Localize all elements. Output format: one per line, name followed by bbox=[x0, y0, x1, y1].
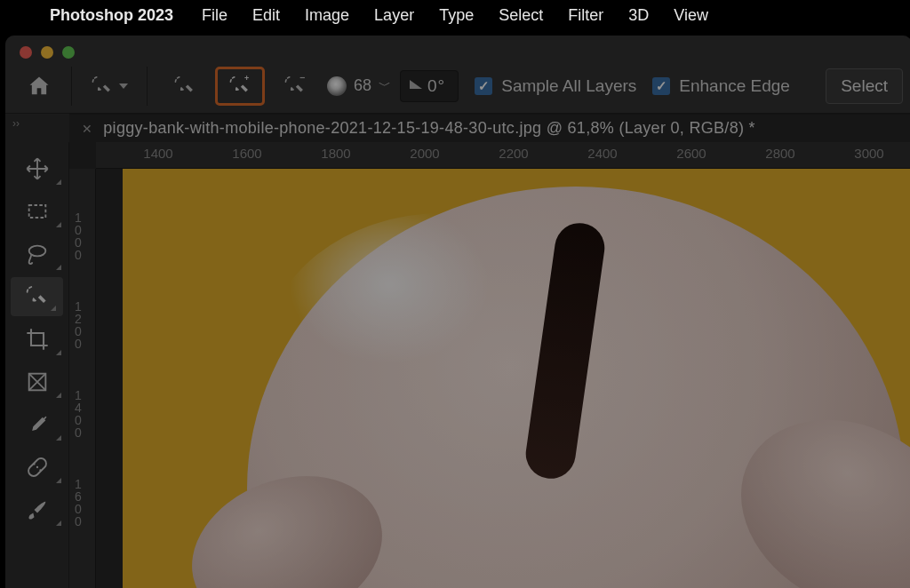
home-icon bbox=[27, 74, 52, 99]
menu-select[interactable]: Select bbox=[499, 6, 543, 25]
lasso-tool[interactable] bbox=[5, 233, 68, 275]
menu-3d[interactable]: 3D bbox=[628, 6, 649, 25]
eyedropper-tool[interactable] bbox=[5, 403, 68, 446]
brush-size-value: 68 bbox=[354, 76, 371, 95]
home-button[interactable] bbox=[21, 68, 57, 104]
app-window: + − 68 ﹀ 0° ✓ Sample All Layers bbox=[5, 36, 910, 588]
angle-icon bbox=[410, 80, 422, 89]
quick-select-new-icon bbox=[173, 75, 196, 98]
window-minimize-button[interactable] bbox=[41, 46, 53, 59]
svg-point-6 bbox=[33, 463, 35, 465]
quick-select-subtract-icon: − bbox=[283, 75, 307, 98]
frame-tool[interactable] bbox=[5, 361, 68, 403]
select-subject-button[interactable]: Select bbox=[826, 68, 903, 104]
subtract-from-selection-mode[interactable]: − bbox=[272, 68, 318, 104]
quick-select-brush-icon bbox=[91, 75, 114, 98]
lasso-icon bbox=[25, 242, 50, 266]
svg-text:+: + bbox=[244, 75, 249, 83]
canvas-area: 1400 1600 1800 2000 2200 2400 2600 2800 … bbox=[69, 142, 910, 588]
svg-point-8 bbox=[36, 466, 37, 468]
divider bbox=[71, 67, 72, 106]
menu-type[interactable]: Type bbox=[439, 6, 474, 25]
svg-point-3 bbox=[28, 246, 45, 257]
enhance-edge-option[interactable]: ✓ Enhance Edge bbox=[652, 76, 790, 96]
options-bar: + − 68 ﹀ 0° ✓ Sample All Layers bbox=[5, 59, 910, 114]
crop-tool[interactable] bbox=[5, 318, 68, 361]
crop-icon bbox=[25, 327, 50, 352]
menu-view[interactable]: View bbox=[674, 6, 708, 25]
vertical-ruler[interactable]: 1000 1200 1400 1600 bbox=[69, 169, 96, 588]
menu-image[interactable]: Image bbox=[305, 6, 349, 25]
menu-layer[interactable]: Layer bbox=[374, 6, 414, 25]
add-to-selection-mode[interactable]: + bbox=[217, 68, 263, 104]
quick-select-brush-preset[interactable] bbox=[86, 68, 132, 104]
document-tab-title: piggy-bank-with-mobile-phone-2021-12-15-… bbox=[103, 119, 755, 138]
quick-selection-tool[interactable] bbox=[11, 277, 63, 316]
checkbox-checked-icon[interactable]: ✓ bbox=[475, 77, 492, 95]
image-content bbox=[123, 169, 910, 588]
quick-select-add-icon: + bbox=[228, 75, 251, 98]
brush-tool[interactable] bbox=[5, 489, 68, 531]
document-canvas[interactable] bbox=[96, 169, 910, 588]
healing-icon bbox=[25, 455, 50, 480]
piggy-bank-image bbox=[123, 169, 910, 588]
brush-icon bbox=[25, 497, 50, 522]
marquee-icon bbox=[25, 199, 50, 224]
svg-point-7 bbox=[39, 469, 41, 471]
rectangular-marquee-tool[interactable] bbox=[5, 190, 68, 233]
move-icon bbox=[25, 156, 50, 181]
tools-panel bbox=[5, 142, 69, 588]
macos-menubar: Photoshop 2023 File Edit Image Layer Typ… bbox=[0, 0, 910, 30]
brush-size-picker[interactable]: 68 ﹀ bbox=[327, 76, 391, 96]
menu-file[interactable]: File bbox=[202, 6, 228, 25]
brush-preview-icon bbox=[327, 76, 347, 96]
menu-filter[interactable]: Filter bbox=[568, 6, 603, 25]
new-selection-mode[interactable] bbox=[162, 68, 208, 104]
window-close-button[interactable] bbox=[20, 46, 32, 59]
sample-all-layers-label: Sample All Layers bbox=[501, 76, 636, 96]
frame-icon bbox=[25, 369, 50, 394]
workspace: 1400 1600 1800 2000 2200 2400 2600 2800 … bbox=[5, 142, 910, 588]
eyedropper-icon bbox=[25, 412, 50, 437]
divider bbox=[147, 67, 148, 106]
sample-all-layers-option[interactable]: ✓ Sample All Layers bbox=[475, 76, 636, 96]
traffic-lights bbox=[5, 36, 910, 59]
angle-value: 0° bbox=[427, 76, 445, 96]
document-tab[interactable]: ✕ piggy-bank-with-mobile-phone-2021-12-1… bbox=[69, 114, 910, 142]
move-tool[interactable] bbox=[5, 147, 68, 190]
menu-edit[interactable]: Edit bbox=[252, 6, 280, 25]
brush-angle-input[interactable]: 0° bbox=[400, 70, 459, 102]
close-tab-icon[interactable]: ✕ bbox=[82, 122, 92, 136]
app-name[interactable]: Photoshop 2023 bbox=[50, 6, 173, 25]
quick-selection-icon bbox=[25, 284, 50, 309]
spot-healing-brush-tool[interactable] bbox=[5, 446, 68, 489]
checkbox-checked-icon[interactable]: ✓ bbox=[652, 77, 670, 95]
window-zoom-button[interactable] bbox=[62, 46, 75, 59]
svg-rect-2 bbox=[28, 205, 45, 218]
enhance-edge-label: Enhance Edge bbox=[679, 76, 790, 96]
document-tab-row: ›› ✕ piggy-bank-with-mobile-phone-2021-1… bbox=[5, 114, 910, 142]
svg-point-14 bbox=[265, 213, 620, 497]
horizontal-ruler[interactable]: 1400 1600 1800 2000 2200 2400 2600 2800 … bbox=[96, 142, 910, 169]
svg-text:−: − bbox=[299, 75, 305, 83]
chevron-down-icon: ﹀ bbox=[379, 78, 391, 94]
collapse-panels-icon[interactable]: ›› bbox=[5, 114, 69, 142]
